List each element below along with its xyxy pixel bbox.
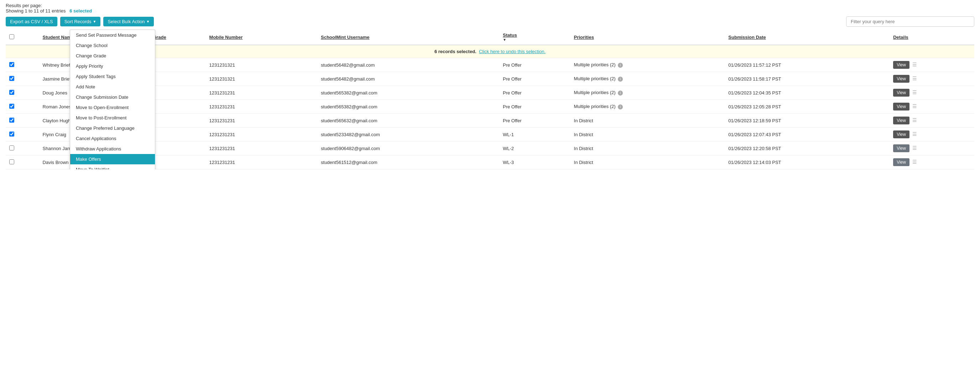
dropdown-item-move-open-enrollment[interactable]: Move to Open-Enrollment [70, 102, 155, 113]
view-button[interactable]: View [893, 61, 910, 69]
view-button[interactable]: View [893, 158, 910, 166]
sort-records-button[interactable]: Sort Records ▼ [60, 17, 101, 26]
row-submission-date: 01/26/2023 12:05:28 PST [725, 100, 889, 114]
dropdown-item-change-grade[interactable]: Change Grade [70, 51, 155, 61]
selected-count-link[interactable]: 6 selected [70, 8, 92, 14]
col-details-sort[interactable]: Details [893, 35, 908, 40]
dropdown-item-change-school[interactable]: Change School [70, 40, 155, 51]
row-checkbox[interactable] [9, 131, 14, 137]
row-username: student561512@gmail.com [317, 155, 499, 169]
dropdown-item-send-password[interactable]: Send Set Password Message [70, 30, 155, 40]
row-submission-date: 01/26/2023 12:07:43 PST [725, 128, 889, 142]
sort-chevron-icon: ▼ [93, 19, 97, 24]
row-submission-date: 01/26/2023 12:04:35 PST [725, 86, 889, 100]
row-checkbox[interactable] [9, 104, 14, 109]
col-submission-date: Submission Date [725, 30, 889, 45]
col-status-sort[interactable]: Status [503, 32, 517, 38]
view-button[interactable]: View [893, 144, 910, 152]
row-submission-date: 01/26/2023 12:20:58 PST [725, 142, 889, 155]
row-username: student5233482@gmail.com [317, 128, 499, 142]
undo-selection-link[interactable]: Click here to undo this selection. [479, 49, 546, 54]
row-checkbox[interactable] [9, 145, 14, 150]
row-details-cell: View ☰ [889, 72, 974, 86]
row-priorities: Multiple priorities (2) i [571, 86, 725, 100]
bulk-chevron-icon: ▼ [146, 19, 150, 24]
bulk-action-button[interactable]: Select Bulk Action ▼ [103, 17, 154, 26]
col-username-sort[interactable]: SchoolMint Username [321, 35, 370, 40]
view-button[interactable]: View [893, 103, 910, 110]
row-status: WL-3 [499, 155, 571, 169]
col-priorities-sort[interactable]: Priorities [574, 35, 594, 40]
col-priorities: Priorities [571, 30, 725, 45]
priority-info-icon[interactable]: i [618, 77, 623, 81]
row-menu-icon[interactable]: ☰ [912, 62, 917, 67]
col-student-name-sort[interactable]: Student Name [43, 35, 74, 40]
col-mobile-sort[interactable]: Mobile Number [209, 35, 243, 40]
priority-info-icon[interactable]: i [618, 104, 623, 109]
dropdown-item-move-post-enrollment[interactable]: Move to Post-Enrollment [70, 113, 155, 123]
toolbar: Export as CSV / XLS Sort Records ▼ Selec… [0, 15, 980, 30]
priority-info-icon[interactable]: i [618, 63, 623, 68]
view-button[interactable]: View [893, 89, 910, 97]
priority-info-icon[interactable]: i [618, 91, 623, 96]
row-menu-icon[interactable]: ☰ [912, 104, 917, 109]
row-menu-icon[interactable]: ☰ [912, 117, 917, 123]
filter-input[interactable] [846, 16, 974, 27]
dropdown-item-move-waitlist[interactable]: Move To Waitlist [70, 164, 155, 169]
dropdown-item-change-submission-date[interactable]: Change Submission Date [70, 92, 155, 102]
row-grade: k [149, 72, 205, 86]
row-checkbox[interactable] [9, 76, 14, 81]
row-grade: k [149, 114, 205, 128]
dropdown-item-make-offers[interactable]: Make Offers [70, 154, 155, 164]
showing-entries: Showing 1 to 11 of 11 entries [6, 8, 65, 14]
row-checkbox[interactable] [9, 118, 14, 123]
status-sort-arrow: ▼ [503, 38, 567, 42]
row-checkbox-cell [6, 114, 39, 128]
row-mobile: 1231231231 [206, 155, 317, 169]
row-grade: k [149, 100, 205, 114]
row-grade: k [149, 142, 205, 155]
dropdown-item-change-language[interactable]: Change Preferred Language [70, 123, 155, 133]
row-menu-icon[interactable]: ☰ [912, 145, 917, 151]
export-button[interactable]: Export as CSV / XLS [6, 17, 57, 26]
col-status: Status ▼ [499, 30, 571, 45]
row-status: Pre Offer [499, 114, 571, 128]
dropdown-item-withdraw-applications[interactable]: Withdraw Applications [70, 144, 155, 154]
col-submission-date-sort[interactable]: Submission Date [728, 35, 765, 40]
dropdown-item-add-note[interactable]: Add Note [70, 81, 155, 92]
dropdown-item-apply-priority[interactable]: Apply Priority [70, 61, 155, 71]
dropdown-item-cancel-applications[interactable]: Cancel Applications [70, 133, 155, 144]
row-menu-icon[interactable]: ☰ [912, 159, 917, 165]
row-mobile: 1231231321 [206, 58, 317, 72]
row-checkbox[interactable] [9, 62, 14, 67]
bulk-action-dropdown: Send Set Password Message Change School … [70, 30, 155, 169]
dropdown-item-apply-tags[interactable]: Apply Student Tags [70, 71, 155, 81]
row-status: Pre Offer [499, 72, 571, 86]
view-button[interactable]: View [893, 75, 910, 83]
results-info: Results per page: Showing 1 to 11 of 11 … [6, 3, 92, 14]
row-mobile: 1231231231 [206, 86, 317, 100]
col-details: Details [889, 30, 974, 45]
row-status: WL-1 [499, 128, 571, 142]
row-grade: k [149, 128, 205, 142]
row-status: Pre Offer [499, 58, 571, 72]
select-all-checkbox[interactable] [9, 34, 14, 39]
col-grade: Grade [149, 30, 205, 45]
row-details-cell: View ☰ [889, 128, 974, 142]
row-checkbox[interactable] [9, 90, 14, 95]
view-button[interactable]: View [893, 131, 910, 138]
sort-records-label: Sort Records [64, 19, 92, 24]
row-menu-icon[interactable]: ☰ [912, 131, 917, 137]
row-details-cell: View ☰ [889, 86, 974, 100]
row-menu-icon[interactable]: ☰ [912, 75, 917, 81]
view-button[interactable]: View [893, 117, 910, 125]
row-details-cell: View ☰ [889, 155, 974, 169]
row-checkbox[interactable] [9, 159, 14, 164]
row-details-cell: View ☰ [889, 58, 974, 72]
row-mobile: 1231231231 [206, 142, 317, 155]
row-priorities: In District [571, 155, 725, 169]
row-checkbox-cell [6, 155, 39, 169]
row-grade: k [149, 58, 205, 72]
row-menu-icon[interactable]: ☰ [912, 89, 917, 95]
col-username: SchoolMint Username [317, 30, 499, 45]
